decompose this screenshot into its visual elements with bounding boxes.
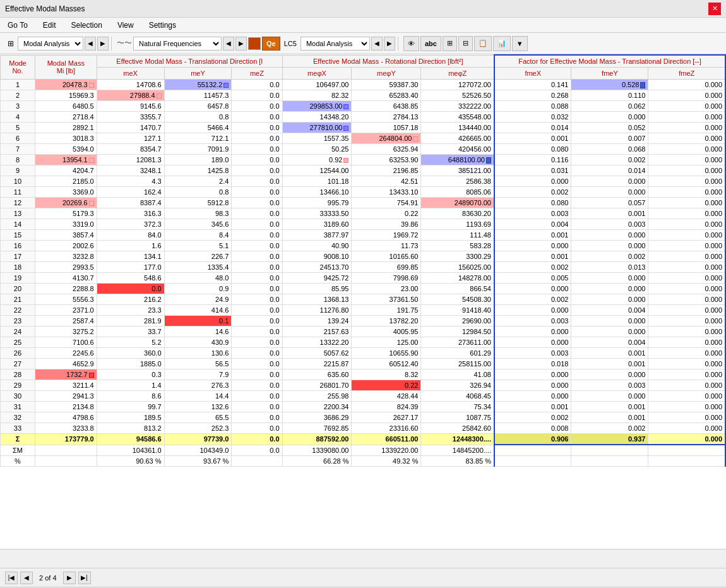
cell-meqz: 2586.38 bbox=[421, 176, 494, 187]
toolbar-freq-nav-next[interactable]: ▶ bbox=[235, 37, 247, 51]
percent-cell: 93.67 % bbox=[164, 455, 232, 466]
sigma-cell: 97739.0 bbox=[164, 434, 232, 445]
cell-mey: 98.3 bbox=[164, 208, 232, 219]
cell-fmey: 0.000 bbox=[571, 176, 648, 187]
cell-fmey: 0.002 bbox=[571, 155, 648, 165]
toolbar-icon-abc[interactable]: abc bbox=[420, 36, 441, 51]
cell-mex: 1.6 bbox=[97, 241, 164, 251]
cell-meqz: 326.94 bbox=[421, 380, 494, 391]
header-emt-group: Effective Modal Mass - Translational Dir… bbox=[97, 55, 282, 68]
header-mode-no: ModeNo. bbox=[1, 55, 35, 80]
cell-mez: 0.0 bbox=[232, 380, 282, 391]
cell-meqy: 7998.69 bbox=[352, 273, 421, 284]
cell-meqz: 111.48 bbox=[421, 230, 494, 241]
toolbar-icon-copy[interactable]: 📋 bbox=[474, 36, 492, 51]
menu-settings[interactable]: Settings bbox=[146, 20, 179, 31]
toolbar-icon-chart[interactable]: 📊 bbox=[493, 36, 511, 51]
table-container[interactable]: ModeNo. Modal MassMi [lb] Effective Moda… bbox=[0, 54, 726, 549]
header-meqy: meφY bbox=[352, 68, 421, 80]
cell-mi: 2134.8 bbox=[35, 402, 97, 412]
percent-cell bbox=[35, 455, 97, 466]
menu-bar: Go To Edit Selection View Settings bbox=[0, 18, 726, 33]
cell-mi: 3857.4 bbox=[35, 230, 97, 241]
toolbar-freq-nav-prev[interactable]: ◀ bbox=[223, 37, 234, 51]
table-row: 222371.023.3414.60.011276.80191.7591418.… bbox=[1, 305, 726, 316]
menu-edit[interactable]: Edit bbox=[40, 20, 59, 31]
cell-mode-no: 5 bbox=[1, 123, 35, 133]
cell-meqx: 3686.29 bbox=[282, 412, 352, 423]
cell-mez: 0.0 bbox=[232, 165, 282, 176]
menu-selection[interactable]: Selection bbox=[69, 20, 105, 31]
cell-meqz: 41.08 bbox=[421, 369, 494, 380]
nav-next[interactable]: ▶ bbox=[63, 572, 76, 584]
cell-meqx: 33333.50 bbox=[282, 208, 352, 219]
cell-meqx: 2200.34 bbox=[282, 402, 352, 412]
cell-fmez: 0.000 bbox=[648, 219, 725, 230]
nav-first[interactable]: |◀ bbox=[5, 572, 18, 584]
cell-fmex: 0.000 bbox=[494, 241, 571, 251]
cell-mi: 2718.4 bbox=[35, 112, 97, 123]
cell-mex: 9145.6 bbox=[97, 101, 164, 112]
cell-mey: 7091.9 bbox=[164, 144, 232, 155]
cell-fmez: 0.000 bbox=[648, 284, 725, 294]
cell-meqy: 4005.95 bbox=[352, 327, 421, 337]
cell-fmez: 0.000 bbox=[648, 251, 725, 262]
cell-mex: 316.3 bbox=[97, 208, 164, 219]
cell-meqz: 75.34 bbox=[421, 402, 494, 412]
toolbar-icon-grid1[interactable]: ⊞ bbox=[443, 36, 457, 51]
toolbar-middle-group: 〜〜 Natural Frequencies ◀ ▶ Qe LC5 Modal … bbox=[114, 37, 398, 51]
title-bar: Effective Modal Masses ✕ bbox=[0, 0, 726, 18]
cell-meqx: 2157.63 bbox=[282, 327, 352, 337]
cell-meqx: 13322.20 bbox=[282, 337, 352, 348]
analysis-dropdown[interactable]: Modal Analysis bbox=[18, 37, 83, 51]
cell-fmez: 0.000 bbox=[648, 230, 725, 241]
table-row: 182993.5177.01335.40.024513.70699.851560… bbox=[1, 262, 726, 273]
frequencies-dropdown[interactable]: Natural Frequencies bbox=[133, 37, 222, 51]
sigmam-cell: 104361.0 bbox=[97, 445, 164, 455]
cell-fmey: 0.000 bbox=[571, 112, 648, 123]
cell-mi: 3275.2 bbox=[35, 327, 97, 337]
pink-indicator bbox=[157, 93, 162, 99]
cell-fmez: 0.000 bbox=[648, 112, 725, 123]
cell-fmez: 0.000 bbox=[648, 391, 725, 402]
cell-fmex: 0.002 bbox=[494, 294, 571, 305]
toolbar-analysis-nav-prev[interactable]: ◀ bbox=[371, 37, 383, 51]
cell-meqx: 139.24 bbox=[282, 316, 352, 327]
nav-last[interactable]: ▶| bbox=[78, 572, 91, 584]
toolbar-icon-eye[interactable]: 👁 bbox=[403, 36, 419, 51]
toolbar-icon-grid2[interactable]: ⊟ bbox=[458, 36, 473, 51]
header-fmey: fmeY bbox=[571, 68, 648, 80]
cell-mey: 0.1 bbox=[164, 316, 232, 327]
close-button[interactable]: ✕ bbox=[708, 3, 721, 15]
nav-prev[interactable]: ◀ bbox=[20, 572, 33, 584]
cell-fmex: 0.001 bbox=[494, 230, 571, 241]
cell-mode-no: 20 bbox=[1, 284, 35, 294]
cell-meqz: 4068.45 bbox=[421, 391, 494, 402]
cell-mez: 0.0 bbox=[232, 187, 282, 198]
toolbar-analysis-nav-next[interactable]: ▶ bbox=[384, 37, 395, 51]
cell-fmez: 0.000 bbox=[648, 187, 725, 198]
toolbar-analysis-dropdown2[interactable]: Modal Analysis bbox=[301, 37, 370, 51]
cell-fmez: 0.000 bbox=[648, 273, 725, 284]
cell-meqx: 3189.60 bbox=[282, 219, 352, 230]
cell-meqz: 127072.00 bbox=[421, 80, 494, 90]
toolbar-qe-button[interactable]: Qe bbox=[262, 37, 280, 51]
table-row: 102185.04.32.40.0101.1842.512586.380.000… bbox=[1, 176, 726, 187]
cell-meqy: 6438.85 bbox=[352, 101, 421, 112]
menu-goto[interactable]: Go To bbox=[5, 20, 30, 31]
cell-fmez: 0.000 bbox=[648, 423, 725, 434]
cell-mode-no: 17 bbox=[1, 251, 35, 262]
toolbar-color-box[interactable] bbox=[248, 37, 261, 50]
toolbar-nav-prev[interactable]: ◀ bbox=[85, 37, 96, 51]
cell-meqx: 9008.10 bbox=[282, 251, 352, 262]
toolbar-nav-next[interactable]: ▶ bbox=[97, 37, 109, 51]
cell-mex: 0.3 bbox=[97, 369, 164, 380]
cell-fmey: 0.000 bbox=[571, 187, 648, 198]
table-row: 813954.112081.3189.00.00.9263253.9064881… bbox=[1, 155, 726, 165]
toolbar-icon-filter[interactable]: ▼ bbox=[512, 36, 528, 51]
menu-view[interactable]: View bbox=[115, 20, 136, 31]
cell-mex: 84.0 bbox=[97, 230, 164, 241]
cell-mi: 4204.7 bbox=[35, 165, 97, 176]
cell-meqx: 1557.35 bbox=[282, 133, 352, 144]
cell-meqx: 9425.72 bbox=[282, 273, 352, 284]
